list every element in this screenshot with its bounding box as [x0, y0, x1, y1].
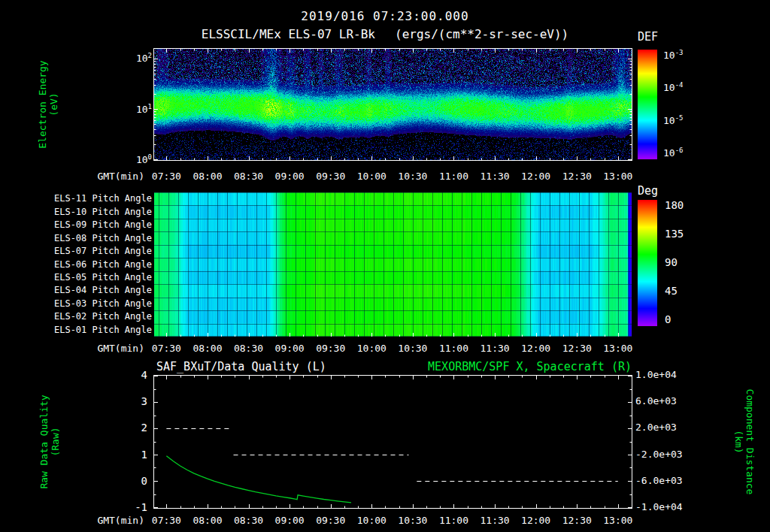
- time-tick-12:00: 12:00: [521, 515, 550, 526]
- spectrogram-y-tick: 102: [113, 52, 152, 64]
- time-tick-11:00: 11:00: [439, 343, 468, 354]
- spectrogram-y-axis-label: Electron Energy (eV): [37, 60, 59, 148]
- time-tick-10:00: 10:00: [357, 343, 387, 354]
- spacecraft-series-title: MEXORBMC/SPF X, Spacecraft (R): [331, 360, 632, 373]
- deg-tick: 45: [665, 285, 678, 297]
- time-tick-10:30: 10:30: [398, 515, 427, 526]
- distance-tick: 6.0e+03: [635, 395, 696, 407]
- deg-tick: 0: [665, 313, 671, 325]
- quality-series-title: SAF_BXuT/Data Quality (L): [156, 360, 326, 373]
- gmt-label-2: GMT(min): [66, 343, 144, 354]
- time-tick-09:30: 09:30: [316, 515, 345, 526]
- spectrogram-y-axis-label-line1: Electron Energy: [37, 60, 48, 148]
- time-tick-11:30: 11:30: [480, 515, 509, 526]
- units-label: (ergs/(cm**2-sr-sec-eV)): [395, 27, 568, 41]
- quality-tick: 4: [117, 369, 147, 381]
- time-tick-08:30: 08:30: [234, 515, 263, 526]
- distance-tick: -1.0e+04: [635, 501, 696, 512]
- quality-tick: 3: [117, 395, 147, 407]
- time-tick-07:30: 07:30: [152, 515, 181, 526]
- gmt-label-3: GMT(min): [66, 515, 144, 526]
- distance-tick: -2.0e+03: [635, 449, 696, 460]
- quality-y-axis-label-line2: (Raw): [50, 394, 61, 488]
- def-tick: 10-5: [663, 114, 684, 126]
- timestamp: 2019/016 07:23:00.000: [0, 9, 770, 23]
- def-tick: 10-4: [663, 81, 684, 93]
- time-tick-11:00: 11:00: [439, 171, 468, 182]
- instrument-title: ELSSCIL/MEx ELS-07 LR-Bk: [202, 27, 375, 41]
- quality-y-axis-label: Raw Data Quality (Raw): [38, 394, 61, 488]
- spectrogram-y-tick: 100: [113, 153, 152, 165]
- time-tick-08:30: 08:30: [234, 171, 263, 182]
- time-tick-12:30: 12:30: [562, 171, 592, 182]
- time-tick-13:00: 13:00: [603, 515, 632, 526]
- time-tick-09:00: 09:00: [275, 171, 305, 182]
- quality-distance-plot: [153, 375, 632, 509]
- distance-tick: 2.0e+03: [635, 422, 696, 433]
- time-tick-11:30: 11:30: [480, 343, 509, 354]
- time-tick-10:00: 10:00: [357, 171, 387, 182]
- time-tick-10:30: 10:30: [398, 343, 427, 354]
- def-colorbar: [638, 50, 657, 159]
- pitch-row-label-8: ELS-08 Pitch Angle: [39, 233, 152, 243]
- time-tick-08:30: 08:30: [234, 343, 263, 354]
- def-tick: 10-3: [663, 49, 684, 61]
- time-axis-row-1: GMT(min) 07:3008:0008:3009:0009:3010:001…: [0, 171, 770, 183]
- time-tick-13:00: 13:00: [603, 343, 632, 354]
- time-axis-row-3: GMT(min) 07:3008:0008:3009:0009:3010:001…: [0, 515, 770, 527]
- time-tick-07:30: 07:30: [152, 171, 181, 182]
- quality-tick: 0: [117, 475, 147, 487]
- deg-tick: 135: [665, 228, 684, 240]
- pitch-row-label-9: ELS-09 Pitch Angle: [39, 219, 152, 230]
- time-tick-10:30: 10:30: [398, 171, 427, 182]
- distance-y-axis-label-line2: (km): [733, 389, 744, 495]
- pitch-row-label-2: ELS-02 Pitch Angle: [39, 311, 152, 322]
- time-tick-07:30: 07:30: [152, 343, 181, 354]
- spectrogram-y-axis-label-line2: (eV): [48, 60, 59, 148]
- def-colorbar-title: DEF: [638, 30, 658, 44]
- time-tick-13:00: 13:00: [603, 171, 632, 182]
- time-tick-10:00: 10:00: [357, 515, 387, 526]
- gmt-label-1: GMT(min): [66, 171, 144, 182]
- deg-colorbar-title: Deg: [638, 184, 658, 198]
- deg-tick: 90: [665, 256, 678, 268]
- time-tick-09:30: 09:30: [316, 343, 345, 354]
- pitch-row-label-10: ELS-10 Pitch Angle: [39, 207, 152, 217]
- time-axis-row-2: GMT(min) 07:3008:0008:3009:0009:3010:001…: [0, 343, 770, 355]
- time-tick-12:00: 12:00: [521, 343, 550, 354]
- plot-screen: 2019/016 07:23:00.000 ELSSCIL/MEx ELS-07…: [0, 0, 770, 532]
- pitch-row-label-3: ELS-03 Pitch Angle: [39, 298, 152, 309]
- time-tick-12:30: 12:30: [562, 515, 592, 526]
- time-tick-12:00: 12:00: [521, 171, 550, 182]
- pitch-row-label-11: ELS-11 Pitch Angle: [39, 193, 152, 204]
- pitch-row-label-6: ELS-06 Pitch Angle: [39, 259, 152, 270]
- deg-colorbar: [638, 200, 657, 326]
- quality-tick: -1: [117, 501, 147, 513]
- time-tick-09:00: 09:00: [275, 515, 305, 526]
- time-tick-11:30: 11:30: [480, 171, 509, 182]
- pitch-angle-heatmap: [154, 192, 632, 337]
- pitch-row-label-7: ELS-07 Pitch Angle: [39, 246, 152, 256]
- quality-y-axis-label-line1: Raw Data Quality: [38, 394, 50, 488]
- deg-tick: 180: [665, 199, 684, 211]
- quality-tick: 2: [117, 422, 147, 434]
- electron-energy-spectrogram: [153, 48, 632, 161]
- time-tick-08:00: 08:00: [192, 515, 222, 526]
- pitch-row-label-1: ELS-01 Pitch Angle: [39, 325, 152, 335]
- pitch-row-label-5: ELS-05 Pitch Angle: [39, 272, 152, 283]
- time-tick-09:00: 09:00: [275, 343, 305, 354]
- spectrogram-y-tick: 101: [113, 103, 152, 115]
- distance-tick: -6.0e+03: [635, 475, 696, 486]
- quality-tick: 1: [117, 449, 147, 461]
- pitch-row-label-4: ELS-04 Pitch Angle: [39, 285, 152, 295]
- time-tick-08:00: 08:00: [192, 343, 222, 354]
- distance-y-axis-label: Component Distance (km): [733, 389, 756, 495]
- distance-y-axis-label-line1: Component Distance: [744, 389, 756, 495]
- def-tick: 10-6: [663, 147, 684, 159]
- time-tick-08:00: 08:00: [192, 171, 222, 182]
- distance-tick: 1.0e+04: [635, 369, 696, 380]
- time-tick-11:00: 11:00: [439, 515, 468, 526]
- time-tick-09:30: 09:30: [316, 171, 345, 182]
- time-tick-12:30: 12:30: [562, 343, 592, 354]
